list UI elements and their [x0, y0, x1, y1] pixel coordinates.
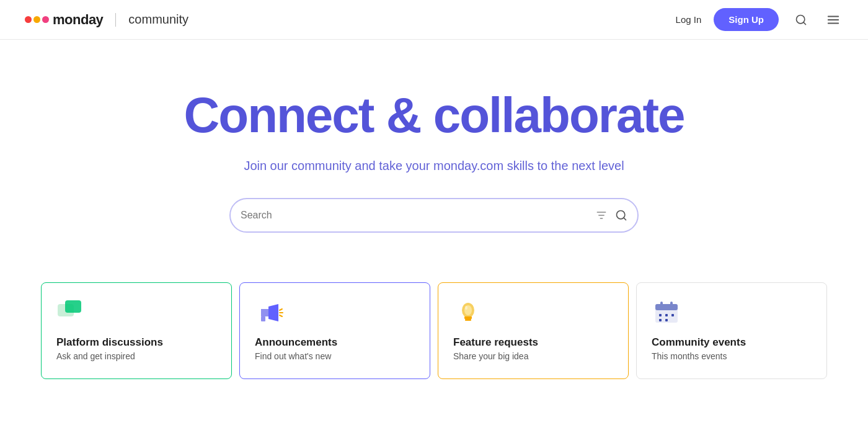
dot-orange: [33, 16, 40, 23]
svg-rect-31: [670, 302, 673, 307]
chat-bubbles-icon: [56, 298, 86, 328]
card-announcements[interactable]: Announcements Find out what's new: [239, 282, 430, 379]
svg-rect-24: [655, 304, 678, 310]
hero-subtitle: Join our community and take your monday.…: [244, 159, 624, 173]
logo-text-community: community: [128, 12, 188, 27]
svg-rect-17: [261, 316, 265, 321]
login-button[interactable]: Log In: [676, 14, 702, 25]
dot-red: [25, 16, 32, 23]
menu-button[interactable]: [823, 10, 843, 30]
search-magnifier-icon: [615, 209, 627, 222]
card-platform-discussions[interactable]: Platform discussions Ask and get inspire…: [41, 282, 232, 379]
hero-title: Connect & collaborate: [184, 89, 684, 141]
megaphone-icon: [255, 298, 285, 328]
card-feature-requests[interactable]: Feature requests Share your big idea: [438, 282, 629, 379]
logo-area: monday community: [25, 12, 188, 28]
svg-rect-28: [659, 319, 662, 321]
card-community-subtitle: This months events: [652, 351, 812, 361]
svg-marker-12: [261, 309, 268, 316]
card-platform-title: Platform discussions: [56, 336, 216, 349]
hamburger-icon: [826, 13, 840, 27]
search-icon: [795, 14, 807, 26]
svg-rect-20: [465, 319, 471, 321]
header-right: Log In Sign Up: [676, 8, 843, 31]
logo-dots: [25, 16, 49, 23]
card-community-events[interactable]: Community events This months events: [636, 282, 827, 379]
logo-monday[interactable]: monday: [25, 12, 103, 28]
card-announcements-title: Announcements: [255, 336, 415, 349]
svg-rect-11: [65, 300, 81, 313]
card-feature-subtitle: Share your big idea: [453, 351, 613, 361]
signup-button[interactable]: Sign Up: [714, 8, 779, 31]
cards-section: Platform discussions Ask and get inspire…: [0, 282, 868, 379]
calendar-icon: [652, 298, 681, 328]
svg-point-22: [465, 306, 467, 310]
header: monday community Log In Sign Up: [0, 0, 868, 40]
svg-rect-29: [665, 319, 668, 321]
search-input[interactable]: [241, 210, 595, 221]
filter-icon: [595, 209, 608, 222]
svg-line-16: [280, 315, 282, 316]
svg-rect-26: [665, 314, 668, 316]
svg-rect-27: [671, 314, 674, 316]
dot-pink: [42, 16, 49, 23]
svg-marker-13: [268, 304, 278, 321]
svg-line-1: [804, 22, 806, 24]
svg-rect-19: [464, 316, 472, 319]
hero-section: Connect & collaborate Join our community…: [0, 40, 868, 270]
card-announcements-subtitle: Find out what's new: [255, 351, 415, 361]
card-platform-subtitle: Ask and get inspired: [56, 351, 216, 361]
lightbulb-icon: [453, 298, 483, 328]
svg-line-14: [280, 309, 282, 310]
svg-rect-30: [660, 302, 663, 307]
search-container[interactable]: [229, 198, 639, 233]
logo-divider: [115, 13, 116, 27]
svg-rect-25: [659, 314, 662, 316]
svg-line-9: [624, 218, 626, 220]
logo-text-monday: monday: [53, 12, 103, 28]
card-community-title: Community events: [652, 336, 812, 349]
card-feature-title: Feature requests: [453, 336, 613, 349]
search-button[interactable]: [791, 10, 811, 30]
